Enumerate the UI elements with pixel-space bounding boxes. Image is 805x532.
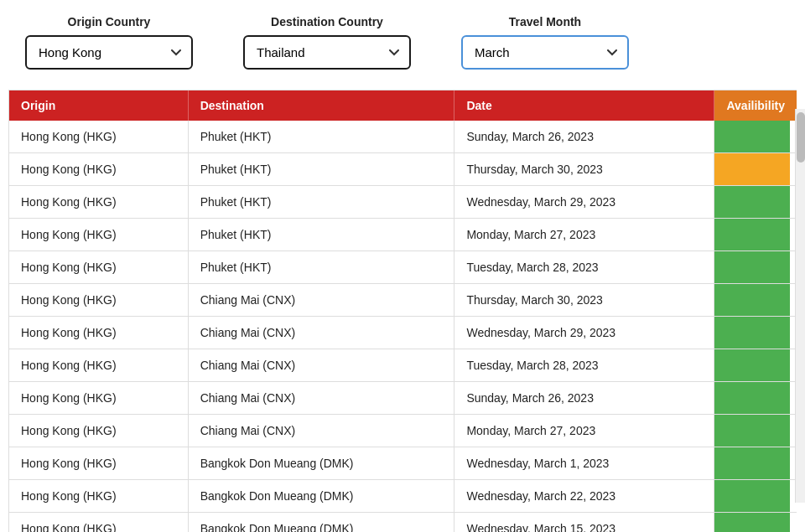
table-row: Hong Kong (HKG)Bangkok Don Mueang (DMK)W… (9, 513, 797, 533)
cell-origin: Hong Kong (HKG) (9, 480, 188, 513)
col-header-origin: Origin (9, 90, 188, 121)
cell-destination: Phuket (HKT) (188, 186, 454, 219)
availability-indicator (714, 121, 790, 152)
travel-month-filter-group: Travel Month March (461, 15, 629, 70)
cell-destination: Bangkok Don Mueang (DMK) (188, 447, 454, 480)
cell-date: Thursday, March 30, 2023 (454, 284, 714, 317)
col-header-destination: Destination (188, 90, 454, 121)
availability-indicator (714, 186, 790, 218)
origin-select[interactable]: Hong Kong (25, 35, 193, 70)
table-header: Origin Destination Date Availibility (9, 90, 797, 121)
availability-indicator (714, 251, 790, 283)
cell-availability (714, 219, 797, 251)
cell-date: Wednesday, March 29, 2023 (454, 186, 714, 219)
origin-label: Origin Country (25, 15, 193, 28)
cell-origin: Hong Kong (HKG) (9, 284, 188, 317)
cell-origin: Hong Kong (HKG) (9, 349, 188, 382)
cell-destination: Chiang Mai (CNX) (188, 382, 454, 415)
cell-date: Tuesday, March 28, 2023 (454, 251, 714, 284)
availability-indicator (714, 317, 790, 349)
cell-destination: Chiang Mai (CNX) (188, 317, 454, 349)
cell-availability (714, 447, 797, 480)
table-row: Hong Kong (HKG)Bangkok Don Mueang (DMK)W… (9, 480, 797, 513)
cell-origin: Hong Kong (HKG) (9, 415, 188, 447)
cell-destination: Bangkok Don Mueang (DMK) (188, 480, 454, 513)
cell-availability (714, 317, 797, 349)
table-row: Hong Kong (HKG)Chiang Mai (CNX)Sunday, M… (9, 382, 797, 415)
cell-availability (714, 153, 797, 186)
cell-origin: Hong Kong (HKG) (9, 219, 188, 251)
table-row: Hong Kong (HKG)Chiang Mai (CNX)Thursday,… (9, 284, 797, 317)
origin-filter-group: Origin Country Hong Kong (25, 15, 193, 70)
cell-date: Thursday, March 30, 2023 (454, 153, 714, 186)
cell-origin: Hong Kong (HKG) (9, 153, 188, 186)
flights-table-container: Origin Destination Date Availibility Hon… (8, 90, 797, 532)
cell-origin: Hong Kong (HKG) (9, 251, 188, 284)
cell-date: Wednesday, March 15, 2023 (454, 513, 714, 533)
table-row: Hong Kong (HKG)Phuket (HKT)Sunday, March… (9, 121, 797, 153)
table-row: Hong Kong (HKG)Chiang Mai (CNX)Monday, M… (9, 415, 797, 447)
cell-availability (714, 251, 797, 284)
table-row: Hong Kong (HKG)Chiang Mai (CNX)Tuesday, … (9, 349, 797, 382)
cell-date: Monday, March 27, 2023 (454, 219, 714, 251)
destination-label: Destination Country (243, 15, 411, 28)
cell-origin: Hong Kong (HKG) (9, 382, 188, 415)
cell-availability (714, 382, 797, 415)
cell-availability (714, 415, 797, 447)
table-row: Hong Kong (HKG)Bangkok Don Mueang (DMK)W… (9, 447, 797, 480)
cell-availability (714, 513, 797, 533)
availability-indicator (714, 447, 790, 479)
table-row: Hong Kong (HKG)Phuket (HKT)Thursday, Mar… (9, 153, 797, 186)
cell-date: Tuesday, March 28, 2023 (454, 349, 714, 382)
cell-destination: Phuket (HKT) (188, 251, 454, 284)
table-body: Hong Kong (HKG)Phuket (HKT)Sunday, March… (9, 121, 797, 532)
cell-destination: Chiang Mai (CNX) (188, 284, 454, 317)
cell-destination: Chiang Mai (CNX) (188, 415, 454, 447)
cell-destination: Phuket (HKT) (188, 219, 454, 251)
availability-indicator (714, 382, 790, 414)
cell-date: Wednesday, March 29, 2023 (454, 317, 714, 349)
travel-month-select[interactable]: March (461, 35, 629, 70)
cell-origin: Hong Kong (HKG) (9, 513, 188, 533)
table-row: Hong Kong (HKG)Chiang Mai (CNX)Wednesday… (9, 317, 797, 349)
cell-date: Sunday, March 26, 2023 (454, 121, 714, 153)
cell-availability (714, 480, 797, 513)
table-row: Hong Kong (HKG)Phuket (HKT)Wednesday, Ma… (9, 186, 797, 219)
filters-bar: Origin Country Hong Kong Destination Cou… (0, 0, 805, 83)
scrollbar[interactable] (795, 109, 805, 503)
table-row: Hong Kong (HKG)Phuket (HKT)Monday, March… (9, 219, 797, 251)
scrollbar-thumb[interactable] (797, 112, 805, 163)
availability-indicator (714, 153, 790, 185)
cell-destination: Chiang Mai (CNX) (188, 349, 454, 382)
travel-month-label: Travel Month (461, 15, 629, 28)
availability-indicator (714, 284, 790, 316)
availability-indicator (714, 415, 790, 447)
availability-indicator (714, 219, 790, 251)
availability-indicator (714, 349, 790, 381)
col-header-availability: Availibility (714, 90, 797, 121)
cell-availability (714, 349, 797, 382)
availability-indicator (714, 480, 790, 512)
cell-origin: Hong Kong (HKG) (9, 447, 188, 480)
cell-destination: Bangkok Don Mueang (DMK) (188, 513, 454, 533)
cell-date: Wednesday, March 22, 2023 (454, 480, 714, 513)
destination-filter-group: Destination Country Thailand (243, 15, 411, 70)
cell-availability (714, 186, 797, 219)
destination-select[interactable]: Thailand (243, 35, 411, 70)
cell-origin: Hong Kong (HKG) (9, 317, 188, 349)
page-wrapper: Origin Country Hong Kong Destination Cou… (0, 0, 805, 532)
cell-date: Wednesday, March 1, 2023 (454, 447, 714, 480)
cell-origin: Hong Kong (HKG) (9, 186, 188, 219)
cell-origin: Hong Kong (HKG) (9, 121, 188, 153)
cell-destination: Phuket (HKT) (188, 153, 454, 186)
cell-availability (714, 121, 797, 153)
availability-indicator (714, 513, 790, 532)
cell-destination: Phuket (HKT) (188, 121, 454, 153)
cell-date: Sunday, March 26, 2023 (454, 382, 714, 415)
col-header-date: Date (454, 90, 714, 121)
table-row: Hong Kong (HKG)Phuket (HKT)Tuesday, Marc… (9, 251, 797, 284)
cell-date: Monday, March 27, 2023 (454, 415, 714, 447)
cell-availability (714, 284, 797, 317)
flights-table: Origin Destination Date Availibility Hon… (9, 90, 797, 532)
